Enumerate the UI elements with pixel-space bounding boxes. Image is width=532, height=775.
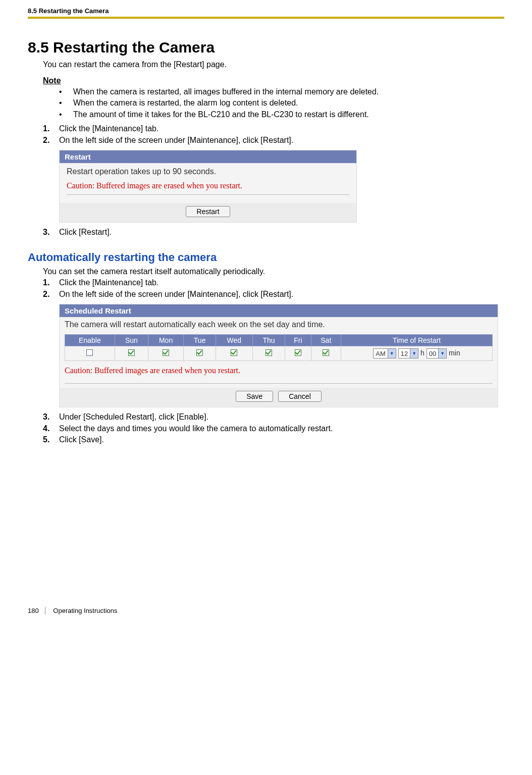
minute-label: min (449, 349, 460, 357)
step-text: Select the days and times you would like… (59, 424, 333, 433)
cancel-button[interactable]: Cancel (278, 391, 322, 402)
col-thu: Thu (252, 335, 285, 346)
col-fri: Fri (285, 335, 311, 346)
header-divider (28, 17, 504, 19)
note-item: When the camera is restarted, all images… (59, 86, 499, 97)
mon-checkbox[interactable] (163, 349, 169, 356)
step-number: 2. (43, 135, 49, 146)
note-item: The amount of time it takes for the BL-C… (59, 109, 499, 120)
time-of-restart-cell: AM▼ 12▼ h 00▼ min (341, 346, 493, 361)
minute-value: 00 (429, 350, 436, 357)
wed-checkbox[interactable] (231, 349, 237, 356)
scheduled-restart-screenshot: Scheduled Restart The camera will restar… (59, 304, 498, 407)
step-item: 3. Under [Scheduled Restart], click [Ena… (43, 411, 499, 423)
step-item: 2. On the left side of the screen under … (43, 135, 499, 146)
divider (65, 383, 493, 384)
col-enable: Enable (65, 335, 115, 346)
page-footer: 180 Operating Instructions (28, 607, 504, 630)
page-number: 180 (28, 607, 45, 614)
step-text: On the left side of the screen under [Ma… (59, 136, 293, 144)
step-text: Click [Restart]. (59, 228, 112, 236)
sun-checkbox[interactable] (128, 349, 135, 356)
col-wed: Wed (216, 335, 253, 346)
hour-select[interactable]: 12▼ (398, 348, 418, 358)
steps-list-1: 1. Click the [Maintenance] tab. 2. On th… (43, 123, 499, 146)
step-number: 4. (43, 423, 49, 434)
tue-checkbox[interactable] (196, 349, 203, 356)
scheduled-restart-title: Scheduled Restart (60, 304, 498, 317)
fri-checkbox[interactable] (295, 349, 301, 356)
note-list: When the camera is restarted, all images… (43, 86, 499, 120)
col-time-of-restart: Time of Restart (341, 335, 493, 346)
step-item: 2. On the left side of the screen under … (43, 289, 499, 300)
col-sun: Sun (115, 335, 148, 346)
step-number: 3. (43, 411, 49, 423)
sched-button-row: Save Cancel (60, 388, 498, 407)
col-mon: Mon (148, 335, 183, 346)
restart-button-row: Restart (60, 203, 356, 222)
hour-label: h (420, 349, 424, 357)
scheduled-restart-table: Enable Sun Mon Tue Wed Thu Fri Sat Time … (65, 334, 493, 361)
restart-panel-message: Restart operation takes up to 90 seconds… (67, 167, 349, 176)
steps-list-1b: 3. Click [Restart]. (43, 227, 499, 238)
step-item: 3. Click [Restart]. (43, 227, 499, 238)
running-header: 8.5 Restarting the Camera (28, 0, 504, 17)
note-item: When the camera is restarted, the alarm … (59, 97, 499, 109)
footer-doc-title: Operating Instructions (53, 607, 117, 614)
step-text: Click the [Maintenance] tab. (59, 124, 158, 133)
enable-checkbox[interactable] (86, 349, 93, 356)
intro-text-2: You can set the camera restart itself au… (43, 267, 499, 276)
ampm-value: AM (376, 350, 386, 357)
col-sat: Sat (311, 335, 341, 346)
save-button[interactable]: Save (236, 391, 273, 402)
steps-list-2b: 3. Under [Scheduled Restart], click [Ena… (43, 411, 499, 445)
thu-checkbox[interactable] (265, 349, 272, 356)
step-text: Under [Scheduled Restart], click [Enable… (59, 412, 208, 421)
scheduled-restart-description: The camera will restart automatically ea… (60, 317, 498, 332)
restart-button[interactable]: Restart (186, 206, 230, 217)
step-text: Click [Save]. (59, 435, 104, 444)
step-number: 3. (43, 227, 49, 238)
divider (67, 194, 349, 195)
step-item: 5. Click [Save]. (43, 434, 499, 445)
step-item: 1. Click the [Maintenance] tab. (43, 277, 499, 288)
subsection-title: Automatically restarting the camera (28, 251, 504, 264)
chevron-down-icon: ▼ (388, 349, 396, 358)
intro-text: You can restart the camera from the [Res… (43, 60, 499, 69)
chevron-down-icon: ▼ (410, 349, 418, 358)
scheduled-restart-caution: Caution: Buffered images are erased when… (65, 364, 493, 379)
chevron-down-icon: ▼ (438, 349, 446, 358)
note-label: Note (43, 76, 499, 85)
step-item: 1. Click the [Maintenance] tab. (43, 123, 499, 134)
section-title: 8.5 Restarting the Camera (28, 39, 504, 56)
step-number: 2. (43, 289, 49, 300)
step-item: 4. Select the days and times you would l… (43, 423, 499, 434)
steps-list-2: 1. Click the [Maintenance] tab. 2. On th… (43, 277, 499, 300)
step-text: Click the [Maintenance] tab. (59, 278, 158, 287)
step-text: On the left side of the screen under [Ma… (59, 290, 293, 298)
col-tue: Tue (184, 335, 216, 346)
step-number: 1. (43, 277, 49, 288)
ampm-select[interactable]: AM▼ (373, 348, 396, 358)
restart-panel-title: Restart (60, 150, 356, 163)
step-number: 1. (43, 123, 49, 134)
restart-panel-screenshot: Restart Restart operation takes up to 90… (59, 150, 357, 223)
minute-select[interactable]: 00▼ (427, 348, 447, 358)
restart-panel-caution: Caution: Buffered images are erased when… (67, 181, 349, 190)
step-number: 5. (43, 434, 49, 445)
hour-value: 12 (401, 350, 408, 357)
sat-checkbox[interactable] (323, 349, 329, 356)
